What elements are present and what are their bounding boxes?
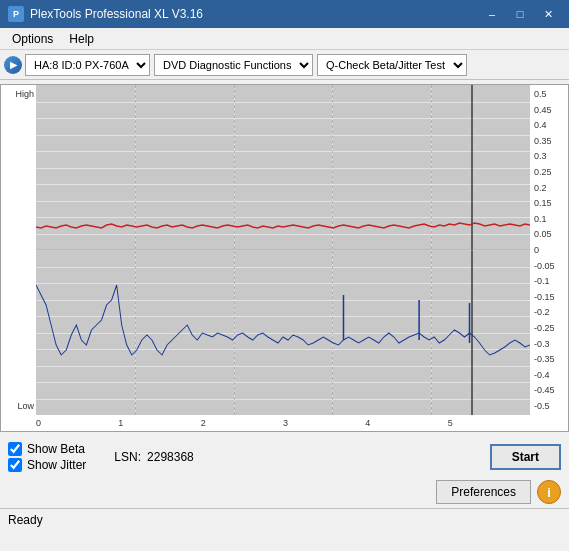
x-label-1: 1	[118, 418, 200, 428]
bottom-controls: Show Beta Show Jitter LSN: 2298368 Start	[0, 436, 569, 478]
chart-svg	[36, 85, 530, 415]
preferences-row: Preferences i	[0, 478, 569, 508]
chart-container: High Low	[0, 84, 569, 432]
device-icon-label: ▶	[10, 60, 17, 70]
y-right--0.2: -0.2	[534, 307, 550, 317]
show-jitter-row: Show Jitter	[8, 458, 86, 472]
y-right--0.45: -0.45	[534, 385, 555, 395]
x-label-0: 0	[36, 418, 118, 428]
y-right--0.35: -0.35	[534, 354, 555, 364]
show-beta-label: Show Beta	[27, 442, 85, 456]
show-jitter-label: Show Jitter	[27, 458, 86, 472]
x-label-5: 5	[448, 418, 530, 428]
x-label-2: 2	[201, 418, 283, 428]
info-button[interactable]: i	[537, 480, 561, 504]
menu-options[interactable]: Options	[4, 30, 61, 48]
y-right-0.5: 0.5	[534, 89, 547, 99]
minimize-button[interactable]: –	[479, 4, 505, 24]
device-selector-group: ▶ HA:8 ID:0 PX-760A	[4, 54, 150, 76]
close-button[interactable]: ✕	[535, 4, 561, 24]
y-right--0.05: -0.05	[534, 261, 555, 271]
lsn-label: LSN:	[114, 450, 141, 464]
menubar: Options Help	[0, 28, 569, 50]
x-axis: 0 1 2 3 4 5	[1, 415, 568, 431]
maximize-button[interactable]: □	[507, 4, 533, 24]
window-title: PlexTools Professional XL V3.16	[30, 7, 479, 21]
y-right-0.15: 0.15	[534, 198, 552, 208]
show-beta-row: Show Beta	[8, 442, 86, 456]
y-right-0.1: 0.1	[534, 214, 547, 224]
y-right--0.5: -0.5	[534, 401, 550, 411]
chart-inner: High Low	[1, 85, 568, 415]
checkbox-group: Show Beta Show Jitter	[8, 442, 86, 472]
lsn-section: LSN: 2298368	[114, 450, 193, 464]
device-dropdown[interactable]: HA:8 ID:0 PX-760A	[25, 54, 150, 76]
lsn-value: 2298368	[147, 450, 194, 464]
y-right-0.4: 0.4	[534, 120, 547, 130]
y-right--0.1: -0.1	[534, 276, 550, 286]
y-right-0.45: 0.45	[534, 105, 552, 115]
y-right-0.25: 0.25	[534, 167, 552, 177]
y-right--0.4: -0.4	[534, 370, 550, 380]
titlebar: P PlexTools Professional XL V3.16 – □ ✕	[0, 0, 569, 28]
y-right--0.25: -0.25	[534, 323, 555, 333]
app-icon: P	[8, 6, 24, 22]
y-axis-left: High Low	[1, 85, 36, 415]
x-label-4: 4	[365, 418, 447, 428]
y-right-0.3: 0.3	[534, 151, 547, 161]
device-icon: ▶	[4, 56, 22, 74]
test-dropdown[interactable]: Q-Check Beta/Jitter Test	[317, 54, 467, 76]
toolbar: ▶ HA:8 ID:0 PX-760A DVD Diagnostic Funct…	[0, 50, 569, 80]
show-beta-checkbox[interactable]	[8, 442, 22, 456]
start-button[interactable]: Start	[490, 444, 561, 470]
y-axis-right: 0.5 0.45 0.4 0.35 0.3 0.25 0.2 0.15 0.1 …	[530, 85, 568, 415]
y-right--0.15: -0.15	[534, 292, 555, 302]
y-left-bottom: Low	[17, 401, 34, 411]
y-right-0.2: 0.2	[534, 183, 547, 193]
function-dropdown[interactable]: DVD Diagnostic Functions	[154, 54, 313, 76]
statusbar: Ready	[0, 508, 569, 530]
chart-plot	[36, 85, 530, 415]
status-text: Ready	[8, 513, 43, 527]
y-right--0.3: -0.3	[534, 339, 550, 349]
window-controls: – □ ✕	[479, 4, 561, 24]
x-label-3: 3	[283, 418, 365, 428]
preferences-button[interactable]: Preferences	[436, 480, 531, 504]
y-right-0.05: 0.05	[534, 229, 552, 239]
y-right-0.35: 0.35	[534, 136, 552, 146]
menu-help[interactable]: Help	[61, 30, 102, 48]
y-left-top: High	[15, 89, 34, 99]
show-jitter-checkbox[interactable]	[8, 458, 22, 472]
y-right-0: 0	[534, 245, 539, 255]
